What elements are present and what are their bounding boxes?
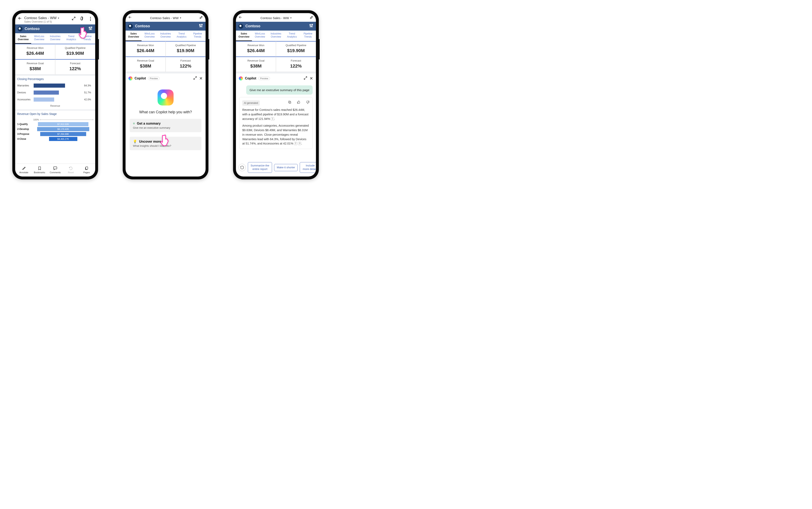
tab-pipeline[interactable]: Pipeline Trends bbox=[300, 31, 316, 41]
svg-point-10 bbox=[312, 24, 313, 25]
report-title[interactable]: Contoso Sales - WW bbox=[24, 16, 57, 20]
sliders-icon[interactable] bbox=[199, 24, 203, 29]
kpi-card[interactable]: Qualified Pipeline$19.90M bbox=[166, 41, 206, 57]
nav-pages[interactable]: Pages bbox=[79, 166, 94, 174]
copilot-header: Copilot Preview ✕ bbox=[126, 72, 206, 83]
expand-icon[interactable] bbox=[71, 16, 76, 22]
nav-label: Annotate bbox=[19, 171, 28, 174]
kpi-card[interactable]: Forecast122% bbox=[166, 57, 206, 72]
tab-trend[interactable]: Trend Analytics bbox=[63, 33, 79, 43]
tab-winloss[interactable]: Win/Loss Overview bbox=[142, 31, 157, 41]
close-icon[interactable]: ✕ bbox=[310, 76, 313, 81]
thumbs-down-icon[interactable] bbox=[306, 100, 310, 106]
undo-icon bbox=[63, 166, 78, 171]
chart-closing-percentages[interactable]: Closing Percentages Warranties 64.3%Devi… bbox=[15, 74, 95, 109]
phone-1: Contoso Sales - WW ▾ Sales Overview (1 o… bbox=[12, 10, 98, 179]
page-tabs: Sales Overview Win/Loss Overview Industr… bbox=[126, 31, 206, 41]
kpi-label: Revenue Won bbox=[16, 46, 54, 49]
kpi-card[interactable]: Revenue Goal$38M bbox=[236, 57, 276, 72]
brand-name: Contoso bbox=[245, 24, 307, 28]
nav-annotate[interactable]: Annotate bbox=[16, 166, 32, 174]
copilot-title: Copilot bbox=[135, 76, 146, 80]
chip-include-details[interactable]: Include more details bbox=[300, 162, 316, 173]
kpi-card[interactable]: Revenue Won $26.44M bbox=[15, 44, 55, 59]
report-subtitle: Sales Overview (1 of 5) bbox=[24, 20, 69, 23]
svg-point-9 bbox=[311, 26, 312, 27]
expand-icon[interactable] bbox=[304, 76, 308, 81]
refresh-icon[interactable] bbox=[238, 164, 246, 171]
citation[interactable]: 2 bbox=[294, 142, 297, 145]
kpi-card[interactable]: Forecast122% bbox=[276, 57, 316, 72]
suggestion-chips: Summarize the entire report Make it shor… bbox=[236, 160, 316, 176]
thumbs-up-icon[interactable] bbox=[297, 100, 301, 106]
svg-point-5 bbox=[199, 25, 200, 25]
kpi-value: $26.44M bbox=[16, 51, 54, 56]
chevron-down-icon[interactable]: ▾ bbox=[58, 16, 59, 20]
kpi-card[interactable]: Qualified Pipeline $19.90M bbox=[55, 44, 95, 59]
nav-bookmarks[interactable]: Bookmarks bbox=[32, 166, 47, 174]
tab-winloss[interactable]: Win/Loss Overview bbox=[252, 31, 268, 41]
tab-industries[interactable]: Industries Overview bbox=[47, 33, 63, 43]
collapse-icon[interactable] bbox=[309, 15, 314, 20]
citation[interactable]: 3 bbox=[298, 142, 302, 145]
kpi-value: $38M bbox=[16, 66, 54, 71]
kpi-value: $19.90M bbox=[167, 48, 204, 54]
brand-logo-icon bbox=[128, 24, 133, 29]
chip-make-shorter[interactable]: Make it shorter bbox=[274, 164, 298, 171]
suggestion-subtitle: Give me an executive summary bbox=[133, 126, 198, 129]
tab-sales-overview[interactable]: Sales Overview bbox=[236, 31, 252, 41]
close-icon[interactable]: ✕ bbox=[199, 76, 203, 81]
preview-badge: Preview bbox=[258, 77, 270, 80]
copilot-logo-icon bbox=[239, 76, 243, 80]
suggestion-uncover-more[interactable]: 💡Uncover more What insights should I loo… bbox=[130, 137, 202, 150]
page-tabs: Sales Overview Win/Loss Overview Industr… bbox=[236, 31, 316, 41]
tab-pipeline[interactable]: Pipeline Trends bbox=[79, 33, 95, 43]
tab-sales-overview[interactable]: Sales Overview bbox=[15, 33, 31, 44]
nav-comments[interactable]: Comments bbox=[47, 166, 63, 174]
kpi-card[interactable]: Revenue Goal $38M bbox=[15, 59, 55, 74]
tab-sales-overview[interactable]: Sales Overview bbox=[126, 31, 142, 41]
lines-icon: ≡ bbox=[133, 122, 135, 126]
copy-icon[interactable] bbox=[288, 100, 291, 106]
sliders-icon[interactable] bbox=[88, 26, 93, 32]
brand-logo-icon bbox=[17, 27, 23, 31]
kpi-card[interactable]: Revenue Won$26.44M bbox=[126, 41, 166, 57]
kpi-card[interactable]: Forecast 122% bbox=[55, 59, 95, 74]
chip-summarize-report[interactable]: Summarize the entire report bbox=[248, 162, 272, 173]
bar-value: 64.3% bbox=[84, 84, 93, 87]
report-title[interactable]: Contoso Sales - WW bbox=[260, 16, 289, 20]
citation[interactable]: 1 bbox=[271, 117, 274, 121]
tab-industries[interactable]: Industries Overview bbox=[157, 31, 174, 41]
tab-trend[interactable]: Trend Analytics bbox=[284, 31, 300, 41]
nav-label: Pages bbox=[83, 171, 90, 174]
expand-icon[interactable] bbox=[193, 76, 197, 81]
user-message: Give me an executive summary of this pag… bbox=[246, 86, 313, 95]
sliders-icon[interactable] bbox=[309, 24, 314, 29]
more-vertical-icon[interactable]: ⋮ bbox=[88, 16, 93, 22]
chart-revenue-open[interactable]: Revenue Open by Sales Stage 100% 1-Quali… bbox=[15, 109, 95, 143]
tab-pipeline[interactable]: Pipeline Trends bbox=[189, 31, 206, 41]
kpi-card[interactable]: Revenue Goal$38M bbox=[126, 57, 166, 72]
stage-bar: $8,170.42K bbox=[37, 127, 89, 131]
tab-industries[interactable]: Industries Overview bbox=[268, 31, 284, 41]
suggestion-get-summary[interactable]: ≡Get a summary Give me an executive summ… bbox=[130, 119, 202, 132]
tab-trend[interactable]: Trend Analytics bbox=[174, 31, 189, 41]
copilot-body: What can Copilot help you with? ≡Get a s… bbox=[126, 83, 206, 176]
back-arrow-icon[interactable] bbox=[128, 15, 132, 21]
chevron-down-icon[interactable]: ▾ bbox=[290, 16, 291, 19]
page-tabs: Sales Overview Win/Loss Overview Industr… bbox=[15, 33, 95, 44]
kpi-grid: Revenue Won$26.44M Qualified Pipeline$19… bbox=[236, 41, 316, 72]
kpi-value: $19.90M bbox=[57, 51, 94, 56]
nav-reset: Reset bbox=[63, 166, 78, 174]
copilot-icon[interactable] bbox=[80, 16, 84, 22]
collapse-icon[interactable] bbox=[199, 15, 203, 20]
kpi-card[interactable]: Revenue Won$26.44M bbox=[236, 41, 276, 57]
stage-label: 1-Qualify bbox=[17, 123, 32, 126]
tab-winloss[interactable]: Win/Loss Overview bbox=[31, 33, 47, 43]
report-title[interactable]: Contoso Sales - WW bbox=[150, 16, 178, 20]
kpi-card[interactable]: Qualified Pipeline$19.90M bbox=[276, 41, 316, 57]
chevron-down-icon[interactable]: ▾ bbox=[180, 16, 181, 19]
back-arrow-icon[interactable] bbox=[238, 15, 243, 21]
back-arrow-icon[interactable] bbox=[17, 16, 22, 22]
copilot-hero-icon bbox=[157, 90, 174, 105]
